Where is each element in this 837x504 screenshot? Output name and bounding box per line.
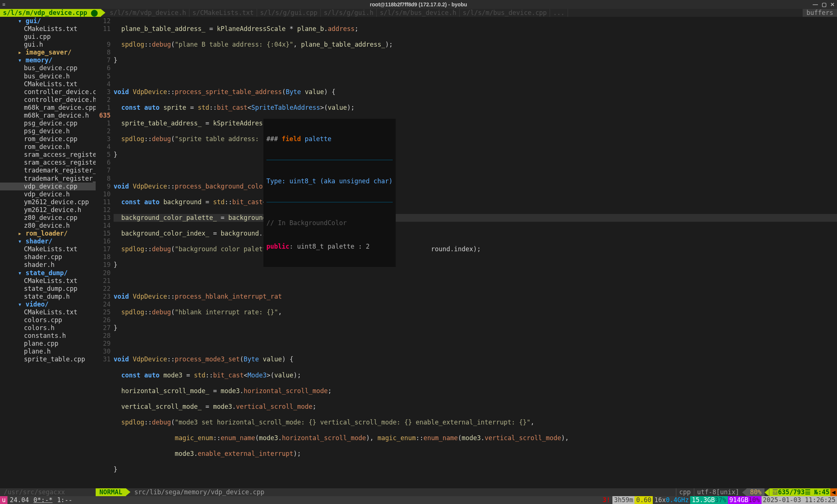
tree-item[interactable]: sprite_table.cpp	[0, 355, 96, 363]
byobu-datetime: 2025-01-03 11:26:25	[762, 496, 837, 504]
line-numbers: 1211 98765432163512345678910111213141516…	[96, 17, 114, 488]
window-titlebar: ≡ root@118b2f7ff8d9 (172.17.0.2) - byobu…	[0, 0, 837, 9]
tree-item[interactable]: shader.h	[0, 261, 96, 269]
tree-item[interactable]: ▾ shader/	[0, 237, 96, 245]
status-cwd: /usr/src/segacxx	[0, 488, 96, 496]
status-line-col: ☲635/793☰ №:45	[769, 488, 830, 496]
status-percent: 80%	[747, 488, 765, 496]
tree-item[interactable]: m68k_ram_device.h	[0, 112, 96, 119]
status-encoding: utf-8[unix]	[694, 488, 742, 496]
tab-overflow[interactable]: ...	[550, 9, 568, 17]
tree-item[interactable]: ▾ state_dump/	[0, 269, 96, 277]
tree-item[interactable]: plane.h	[0, 348, 96, 355]
tree-item[interactable]: ym2612_device.cpp	[0, 198, 96, 206]
byobu-cpu: 16x0.4GHz	[653, 496, 690, 504]
buffers-indicator[interactable]: buffers	[803, 9, 837, 17]
tree-item[interactable]: psg_device.h	[0, 127, 96, 135]
hamburger-icon[interactable]: ≡	[2, 0, 5, 9]
tree-item[interactable]: z80_device.cpp	[0, 214, 96, 222]
tree-item[interactable]: controller_device.h	[0, 96, 96, 104]
status-filetype: cpp	[676, 488, 694, 496]
tree-item[interactable]: CMakeLists.txt	[0, 245, 96, 253]
tree-item[interactable]: CMakeLists.txt	[0, 308, 96, 316]
tree-item[interactable]: ▾ video/	[0, 301, 96, 308]
byobu-uptime: 3h59m	[612, 496, 634, 504]
tree-item[interactable]: gui.cpp	[0, 33, 96, 41]
tree-item[interactable]: controller_device.cpp	[0, 88, 96, 96]
tree-item[interactable]: CMakeLists.txt	[0, 277, 96, 285]
tree-item[interactable]: bus_device.h	[0, 72, 96, 80]
tab-item[interactable]: s/l/s/g/gui.cpp	[257, 9, 321, 17]
byobu-release: 24.04	[7, 496, 31, 504]
tree-item[interactable]: ▾ gui/	[0, 17, 96, 25]
tree-item[interactable]: vdp_device.h	[0, 190, 96, 198]
byobu-window[interactable]: 0*:-*	[31, 496, 55, 504]
tab-item[interactable]: s/l/s/m/bus_device.cpp	[460, 9, 550, 17]
tab-item[interactable]: s/l/s/g/gui.h	[321, 9, 377, 17]
bufferline[interactable]: s/l/s/m/vdp_device.cpp ⬤ s/l/s/m/vdp_dev…	[0, 9, 837, 17]
tree-item[interactable]: bus_device.cpp	[0, 64, 96, 72]
tree-item[interactable]: ▸ image_saver/	[0, 49, 96, 56]
tree-item[interactable]: vdp_device.cpp	[0, 183, 96, 190]
tree-item[interactable]: trademark_register_dev	[0, 167, 96, 174]
byobu-memory: 15.3GB37%	[690, 496, 728, 504]
byobu-load: 0.60	[634, 496, 653, 504]
close-icon[interactable]: ✕	[830, 0, 835, 9]
tree-item[interactable]: sram_access_register_	[0, 151, 96, 159]
tree-item[interactable]: state_dump.cpp	[0, 285, 96, 293]
editor-pane[interactable]: 1211 98765432163512345678910111213141516…	[96, 17, 837, 488]
tab-item[interactable]: s/l/s/m/bus_device.h	[377, 9, 460, 17]
tree-item[interactable]: constants.h	[0, 332, 96, 340]
tree-item[interactable]: CMakeLists.txt	[0, 80, 96, 88]
window-title: root@118b2f7ff8d9 (172.17.0.2) - byobu	[370, 1, 467, 7]
tree-item[interactable]: sram_access_register_	[0, 159, 96, 167]
minimize-icon[interactable]: —	[813, 0, 818, 9]
tree-item[interactable]: psg_device.cpp	[0, 119, 96, 127]
tab-item[interactable]: s/CMakeLists.txt	[189, 9, 257, 17]
byobu-statusbar: u 24.04 0*:-* 1:-- 3! 3h59m 0.60 16x0.4G…	[0, 496, 837, 504]
byobu-updates: 3!	[600, 496, 612, 504]
cursor-line: background_color_palette_ = background.p…	[114, 214, 837, 222]
file-tree[interactable]: ▾ gui/CMakeLists.txtgui.cppgui.h▸ image_…	[0, 17, 96, 488]
tree-item[interactable]: plane.cpp	[0, 340, 96, 348]
tree-item[interactable]: state_dump.h	[0, 293, 96, 301]
tree-item[interactable]: gui.h	[0, 41, 96, 49]
tree-item[interactable]: CMakeLists.txt	[0, 25, 96, 33]
byobu-disk: 914GB10%	[728, 496, 762, 504]
tree-item[interactable]: colors.cpp	[0, 316, 96, 324]
lsp-hover-popup: ### field palette Type: uint8_t (aka uns…	[263, 119, 396, 267]
byobu-logo: u	[0, 496, 7, 504]
maximize-icon[interactable]: ▢	[822, 0, 827, 9]
status-file: src/lib/sega/memory/vdp_device.cpp	[126, 488, 676, 496]
tree-item[interactable]: ▾ memory/	[0, 56, 96, 64]
tree-item[interactable]: rom_device.cpp	[0, 135, 96, 143]
mode-indicator: NORMAL	[96, 488, 126, 496]
tab-item[interactable]: s/l/s/m/vdp_device.h	[106, 9, 189, 17]
tree-item[interactable]: ▸ rom_loader/	[0, 230, 96, 237]
byobu-tab[interactable]: 1:--	[55, 496, 75, 504]
code-area[interactable]: plane_b_table_address_ = kPlaneAddressSc…	[114, 17, 837, 488]
tree-item[interactable]: trademark_register_dev	[0, 175, 96, 183]
tree-item[interactable]: colors.h	[0, 324, 96, 332]
tree-item[interactable]: m68k_ram_device.cpp	[0, 104, 96, 112]
tree-item[interactable]: shader.cpp	[0, 253, 96, 261]
tree-item[interactable]: rom_device.h	[0, 143, 96, 151]
tab-active[interactable]: s/l/s/m/vdp_device.cpp ⬤	[0, 9, 101, 17]
tree-item[interactable]: ym2612_device.h	[0, 206, 96, 214]
tree-item[interactable]: z80_device.h	[0, 222, 96, 230]
statusline: /usr/src/segacxx NORMAL src/lib/sega/mem…	[0, 488, 837, 496]
